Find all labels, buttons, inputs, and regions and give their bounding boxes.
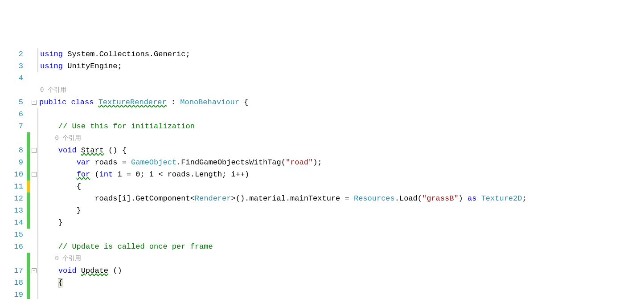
line-number: 15 <box>0 229 27 241</box>
code-line[interactable]: 15 <box>0 229 644 241</box>
codelens-line[interactable]: 0 个引用 <box>0 253 644 265</box>
code-line[interactable]: 14 } <box>0 217 644 229</box>
code-content[interactable]: { <box>38 277 63 289</box>
code-content[interactable]: public class TextureRenderer : MonoBehav… <box>37 96 248 108</box>
change-marker-icon <box>27 205 30 217</box>
code-line[interactable]: 9 var roads = GameObject.FindGameObjects… <box>0 156 644 168</box>
line-number: 13 <box>0 205 27 217</box>
line-number: 8 <box>0 144 27 156</box>
line-number: 16 <box>0 241 27 253</box>
code-content[interactable]: void Start () { <box>38 144 127 156</box>
code-editor[interactable]: 2 using System.Collections.Generic; 3 us… <box>0 48 644 299</box>
change-marker-icon <box>27 144 30 156</box>
codelens-references[interactable]: 0 个引用 <box>38 253 81 265</box>
change-marker-icon <box>27 132 30 144</box>
code-line[interactable]: 4 <box>0 72 644 84</box>
codelens-references[interactable]: 0 个引用 <box>38 84 66 96</box>
code-line[interactable]: 2 using System.Collections.Generic; <box>0 48 644 60</box>
change-marker-icon <box>27 193 30 205</box>
code-content[interactable]: using UnityEngine; <box>38 60 122 72</box>
line-number: 12 <box>0 193 27 205</box>
code-line[interactable]: 8 − void Start () { <box>0 144 644 156</box>
fold-toggle[interactable]: − <box>30 172 37 177</box>
codelens-references[interactable]: 0 个引用 <box>38 132 81 144</box>
line-number: 3 <box>0 60 27 72</box>
line-number: 9 <box>0 156 27 168</box>
change-marker-icon <box>27 168 30 180</box>
change-marker-icon <box>27 277 30 289</box>
line-number: 7 <box>0 120 27 132</box>
code-content[interactable]: } <box>38 205 81 217</box>
codelens-line[interactable]: 0 个引用 <box>0 84 644 96</box>
line-number: 4 <box>0 72 27 84</box>
change-marker-icon <box>27 217 30 229</box>
line-number: 11 <box>0 180 27 193</box>
line-number: 6 <box>0 108 27 120</box>
code-content[interactable]: void Update () <box>38 265 122 277</box>
fold-toggle[interactable]: − <box>30 100 37 105</box>
fold-toggle[interactable]: − <box>30 148 37 153</box>
code-line[interactable]: 7 // Use this for initialization <box>0 120 644 132</box>
code-line[interactable]: 11 { <box>0 180 644 193</box>
line-number: 19 <box>0 289 27 299</box>
code-content[interactable]: } <box>38 217 63 229</box>
line-number: 2 <box>0 48 27 60</box>
line-number: 10 <box>0 168 27 180</box>
fold-toggle[interactable]: − <box>30 268 37 273</box>
codelens-line[interactable]: 0 个引用 <box>0 132 644 144</box>
change-marker-icon <box>27 265 30 277</box>
code-content[interactable]: using System.Collections.Generic; <box>38 48 190 60</box>
code-content[interactable]: for (int i = 0; i < roads.Length; i++) <box>38 168 249 180</box>
code-line[interactable]: 13 } <box>0 205 644 217</box>
code-content[interactable]: // Update is called once per frame <box>38 241 213 253</box>
code-line[interactable]: 10 − for (int i = 0; i < roads.Length; i… <box>0 168 644 180</box>
change-marker-icon <box>27 289 30 299</box>
line-number: 17 <box>0 265 27 277</box>
code-line[interactable]: 12 roads[i].GetComponent<Renderer>().mat… <box>0 193 644 205</box>
code-content[interactable]: { <box>38 180 81 193</box>
code-line[interactable]: 19 <box>0 289 644 299</box>
code-content[interactable]: roads[i].GetComponent<Renderer>().materi… <box>38 193 527 205</box>
change-marker-icon <box>27 156 30 168</box>
code-line[interactable]: 17 − void Update () <box>0 265 644 277</box>
line-number: 18 <box>0 277 27 289</box>
code-line[interactable]: 16 // Update is called once per frame <box>0 241 644 253</box>
change-marker-icon <box>27 253 30 265</box>
code-line[interactable]: 3 using UnityEngine; <box>0 60 644 72</box>
line-number: 14 <box>0 217 27 229</box>
code-content[interactable]: // Use this for initialization <box>38 120 195 132</box>
change-marker-icon <box>27 180 30 193</box>
code-line[interactable]: 18 { <box>0 277 644 289</box>
code-line[interactable]: 6 <box>0 108 644 120</box>
line-number: 5 <box>0 96 27 108</box>
code-line[interactable]: 5 − public class TextureRenderer : MonoB… <box>0 96 644 108</box>
code-content[interactable]: var roads = GameObject.FindGameObjectsWi… <box>38 156 322 168</box>
